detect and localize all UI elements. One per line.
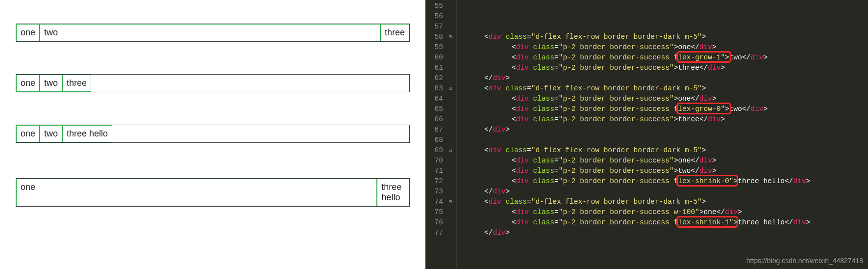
code-line[interactable]: <div class="d-flex flex-row border borde… bbox=[457, 83, 868, 94]
fold-marker[interactable] bbox=[449, 125, 457, 135]
flex-cell: one bbox=[16, 125, 40, 142]
flex-cell: two bbox=[40, 75, 62, 92]
line-number: 56 bbox=[425, 11, 443, 22]
code-line[interactable]: <div class="p-2 border border-success">o… bbox=[457, 42, 868, 53]
line-number: 74 bbox=[425, 197, 443, 207]
flex-cell: two bbox=[40, 24, 380, 41]
line-number: 58 bbox=[425, 32, 443, 42]
fold-marker[interactable] bbox=[449, 1, 457, 11]
line-number: 60 bbox=[425, 53, 443, 63]
code-line[interactable]: <div class="p-2 border border-success fl… bbox=[457, 176, 868, 187]
preview-pane: onetwothreeonetwothreeonetwothree helloo… bbox=[0, 0, 425, 269]
fold-marker[interactable]: ⊟ bbox=[449, 83, 457, 94]
flex-row-2: onetwothree bbox=[16, 74, 410, 92]
code-line[interactable]: <div class="p-2 border border-success fl… bbox=[457, 53, 868, 63]
code-line[interactable]: </div> bbox=[457, 187, 868, 197]
code-editor-content[interactable]: <div class="d-flex flex-row border borde… bbox=[457, 0, 868, 269]
flex-row-1: onetwothree bbox=[16, 24, 410, 42]
line-number: 71 bbox=[425, 166, 443, 176]
flex-cell: two bbox=[40, 125, 62, 142]
code-line[interactable] bbox=[457, 22, 868, 32]
flex-cell: one bbox=[16, 24, 40, 41]
code-line[interactable]: <div class="p-2 border border-success">t… bbox=[457, 166, 868, 176]
code-editor-pane: 5556575859606162636465666768697071727374… bbox=[425, 0, 868, 269]
line-number: 69 bbox=[425, 145, 443, 156]
code-line[interactable] bbox=[457, 135, 868, 145]
line-number: 75 bbox=[425, 207, 443, 217]
code-line[interactable] bbox=[457, 1, 868, 11]
fold-marker[interactable] bbox=[449, 135, 457, 145]
line-number: 67 bbox=[425, 125, 443, 135]
fold-marker[interactable] bbox=[449, 63, 457, 73]
fold-marker[interactable] bbox=[449, 73, 457, 83]
flex-cell: one bbox=[16, 179, 377, 206]
line-number: 64 bbox=[425, 94, 443, 104]
line-number: 61 bbox=[425, 63, 443, 73]
code-line[interactable]: <div class="d-flex flex-row border borde… bbox=[457, 197, 868, 207]
code-line[interactable]: <div class="p-2 border border-success">t… bbox=[457, 114, 868, 125]
fold-marker[interactable] bbox=[449, 53, 457, 63]
code-line[interactable]: <div class="p-2 border border-success">o… bbox=[457, 156, 868, 166]
fold-marker[interactable] bbox=[449, 228, 457, 238]
flex-cell: three bbox=[62, 75, 91, 92]
code-line[interactable]: <div class="p-2 border border-success">o… bbox=[457, 94, 868, 104]
code-line[interactable]: <div class="d-flex flex-row border borde… bbox=[457, 32, 868, 42]
line-number: 55 bbox=[425, 1, 443, 11]
line-number: 63 bbox=[425, 83, 443, 94]
line-number: 77 bbox=[425, 228, 443, 238]
code-line[interactable] bbox=[457, 11, 868, 22]
fold-marker[interactable] bbox=[449, 176, 457, 187]
line-number: 65 bbox=[425, 104, 443, 114]
watermark-text: https://blog.csdn.net/weixin_44827418 bbox=[746, 256, 863, 266]
code-line[interactable]: </div> bbox=[457, 228, 868, 238]
line-number: 66 bbox=[425, 114, 443, 125]
line-number-gutter: 5556575859606162636465666768697071727374… bbox=[425, 0, 449, 269]
fold-marker[interactable] bbox=[449, 187, 457, 197]
line-number: 72 bbox=[425, 176, 443, 187]
code-line[interactable]: </div> bbox=[457, 73, 868, 83]
fold-marker[interactable] bbox=[449, 207, 457, 217]
flex-cell: three hello bbox=[62, 125, 112, 142]
fold-marker[interactable] bbox=[449, 42, 457, 53]
flex-cell: one bbox=[16, 75, 40, 92]
flex-cell: three hello bbox=[377, 179, 409, 206]
fold-marker[interactable]: ⊟ bbox=[449, 197, 457, 207]
flex-cell: three bbox=[380, 24, 409, 41]
fold-marker[interactable] bbox=[449, 217, 457, 228]
code-line[interactable]: <div class="p-2 border border-success w-… bbox=[457, 207, 868, 217]
fold-marker[interactable] bbox=[449, 114, 457, 125]
code-line[interactable]: <div class="p-2 border border-success fl… bbox=[457, 104, 868, 114]
line-number: 73 bbox=[425, 187, 443, 197]
fold-column: ⊟⊟⊟⊟ bbox=[449, 0, 457, 269]
line-number: 62 bbox=[425, 73, 443, 83]
fold-marker[interactable]: ⊟ bbox=[449, 32, 457, 42]
code-line[interactable]: <div class="d-flex flex-row border borde… bbox=[457, 145, 868, 156]
line-number: 76 bbox=[425, 217, 443, 228]
line-number: 70 bbox=[425, 156, 443, 166]
code-line[interactable]: <div class="p-2 border border-success">t… bbox=[457, 63, 868, 73]
line-number: 68 bbox=[425, 135, 443, 145]
code-line[interactable]: </div> bbox=[457, 125, 868, 135]
code-line[interactable]: <div class="p-2 border border-success fl… bbox=[457, 217, 868, 228]
fold-marker[interactable] bbox=[449, 104, 457, 114]
flex-row-4: onethree hello bbox=[16, 178, 410, 207]
fold-marker[interactable]: ⊟ bbox=[449, 145, 457, 156]
fold-marker[interactable] bbox=[449, 11, 457, 22]
line-number: 59 bbox=[425, 42, 443, 53]
fold-marker[interactable] bbox=[449, 156, 457, 166]
fold-marker[interactable] bbox=[449, 94, 457, 104]
fold-marker[interactable] bbox=[449, 166, 457, 176]
fold-marker[interactable] bbox=[449, 22, 457, 32]
flex-row-3: onetwothree hello bbox=[16, 125, 410, 143]
line-number: 57 bbox=[425, 22, 443, 32]
